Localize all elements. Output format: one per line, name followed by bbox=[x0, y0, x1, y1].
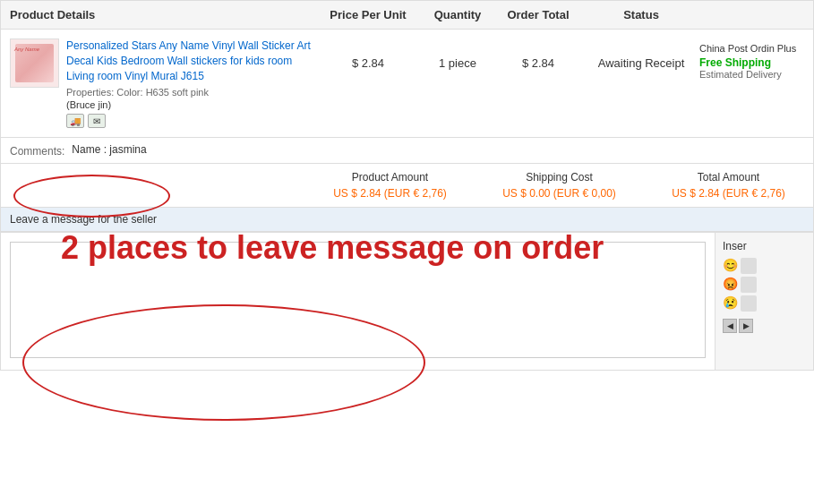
shipping-cost-label: Shipping Cost bbox=[479, 171, 639, 184]
page-wrapper: Product Details Price Per Unit Quantity … bbox=[0, 0, 814, 371]
comments-row: Comments: Name : jasmina bbox=[0, 137, 814, 163]
insert-label: Inser bbox=[723, 240, 806, 252]
shipping-info-cell: China Post Ordin Plus Free Shipping Esti… bbox=[699, 38, 804, 128]
col-header-product: Product Details bbox=[10, 8, 314, 21]
total-amount-label: Total Amount bbox=[648, 171, 809, 184]
emoji-placeholder-3 bbox=[741, 295, 757, 312]
nav-arrows: ◀ ▶ bbox=[723, 319, 806, 333]
product-title[interactable]: Personalized Stars Any Name Vinyl Wall S… bbox=[66, 38, 314, 83]
totals-content: Product Amount US $ 2.84 (EUR € 2,76) Sh… bbox=[305, 164, 813, 207]
shipping-method: China Post Ordin Plus bbox=[699, 43, 804, 54]
order-row: Personalized Stars Any Name Vinyl Wall S… bbox=[0, 29, 814, 137]
totals-spacer bbox=[1, 164, 305, 207]
totals-row: Product Amount US $ 2.84 (EUR € 2,76) Sh… bbox=[0, 163, 814, 207]
product-details: Personalized Stars Any Name Vinyl Wall S… bbox=[10, 38, 314, 128]
product-buyer: (Bruce jin) bbox=[66, 99, 314, 110]
insert-panel: Inser 😊 😡 😢 ◀ ▶ bbox=[715, 233, 813, 370]
product-amount-label: Product Amount bbox=[310, 171, 470, 184]
price-cell: $ 2.84 bbox=[314, 38, 422, 128]
total-amount-value: US $ 2.84 (EUR € 2,76) bbox=[648, 187, 809, 200]
product-amount-col: Product Amount US $ 2.84 (EUR € 2,76) bbox=[305, 164, 475, 207]
emoji-smile[interactable]: 😊 bbox=[723, 258, 739, 274]
shipping-cost-value: US $ 0.00 (EUR € 0,00) bbox=[479, 187, 639, 200]
nav-arrow-right[interactable]: ▶ bbox=[739, 319, 753, 333]
leave-message-section: Leave a message for the seller bbox=[0, 207, 814, 232]
truck-icon[interactable]: 🚚 bbox=[66, 114, 84, 128]
product-icons: 🚚 ✉ bbox=[66, 114, 314, 128]
order-total-cell: $ 2.84 bbox=[493, 38, 583, 128]
total-amount-col: Total Amount US $ 2.84 (EUR € 2,76) bbox=[644, 164, 813, 207]
shipping-cost-col: Shipping Cost US $ 0.00 (EUR € 0,00) bbox=[475, 164, 644, 207]
col-header-status: Status bbox=[583, 8, 699, 21]
emoji-row-3: 😢 bbox=[723, 295, 806, 312]
product-thumbnail[interactable] bbox=[10, 38, 59, 88]
col-header-total: Order Total bbox=[493, 8, 583, 21]
message-textarea-wrapper bbox=[1, 233, 715, 370]
nav-arrow-left[interactable]: ◀ bbox=[723, 319, 737, 333]
message-textarea[interactable] bbox=[10, 242, 706, 358]
order-table-header: Product Details Price Per Unit Quantity … bbox=[0, 0, 814, 29]
emoji-angry[interactable]: 😡 bbox=[723, 277, 739, 293]
comments-value: Name : jasmina bbox=[72, 143, 146, 156]
envelope-icon[interactable]: ✉ bbox=[88, 114, 106, 128]
col-header-shipping bbox=[699, 8, 804, 21]
leave-message-label: Leave a message for the seller bbox=[10, 213, 157, 226]
product-amount-value: US $ 2.84 (EUR € 2,76) bbox=[310, 187, 470, 200]
status-cell: Awaiting Receipt bbox=[583, 38, 699, 128]
free-shipping-label: Free Shipping bbox=[699, 56, 804, 69]
emoji-placeholder-1 bbox=[741, 258, 757, 274]
col-header-price: Price Per Unit bbox=[314, 8, 422, 21]
estimated-delivery: Estimated Delivery bbox=[699, 69, 804, 80]
message-area-container: Inser 😊 😡 😢 ◀ ▶ bbox=[0, 232, 814, 371]
comments-label: Comments: bbox=[10, 143, 64, 158]
emoji-row-2: 😡 bbox=[723, 277, 806, 293]
emoji-placeholder-2 bbox=[741, 277, 757, 293]
emoji-row-1: 😊 bbox=[723, 258, 806, 274]
col-header-qty: Quantity bbox=[422, 8, 493, 21]
product-info: Personalized Stars Any Name Vinyl Wall S… bbox=[66, 38, 314, 128]
qty-cell: 1 piece bbox=[422, 38, 493, 128]
product-props: Properties: Color: H635 soft pink bbox=[66, 87, 314, 98]
emoji-sad[interactable]: 😢 bbox=[723, 295, 739, 312]
